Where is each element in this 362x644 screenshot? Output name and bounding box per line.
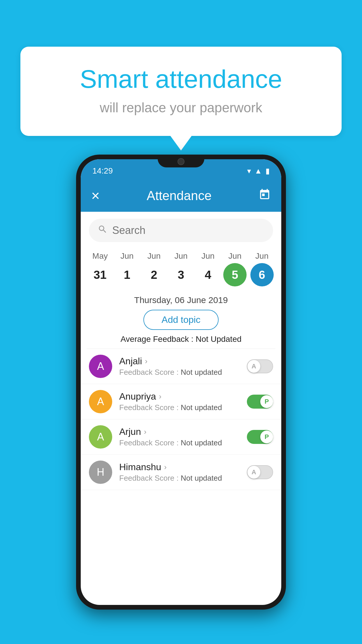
- student-list: A Anjali › Feedback Score : Not updated …: [81, 349, 281, 490]
- cal-month-3: Jun: [169, 251, 193, 261]
- avatar-himanshu: H: [89, 461, 112, 484]
- chevron-icon-himanshu: ›: [164, 463, 167, 472]
- calendar-months: May Jun Jun Jun Jun Jun Jun: [81, 247, 281, 261]
- student-item-arjun: A Arjun › Feedback Score : Not updated P: [81, 419, 281, 455]
- header-title: Attendance: [147, 188, 212, 203]
- cal-date-31[interactable]: 31: [88, 263, 112, 286]
- student-feedback-himanshu: Feedback Score : Not updated: [119, 474, 240, 483]
- toggle-knob-anjali: A: [247, 360, 260, 373]
- avatar-arjun: A: [89, 425, 112, 449]
- search-bar[interactable]: [89, 219, 273, 242]
- cal-month-4: Jun: [196, 251, 220, 261]
- battery-icon: ▮: [266, 167, 270, 176]
- average-feedback: Average Feedback : Not Updated: [81, 335, 281, 344]
- feedback-value-himanshu: Not updated: [181, 474, 222, 482]
- toggle-knob-anupriya: P: [260, 395, 273, 408]
- toggle-himanshu[interactable]: A: [247, 465, 273, 479]
- student-info-anupriya: Anupriya › Feedback Score : Not updated: [119, 391, 240, 412]
- toggle-knob-arjun: P: [260, 430, 273, 443]
- avg-feedback-value: Not Updated: [196, 335, 241, 344]
- signal-icon: ▲: [254, 167, 262, 176]
- wifi-icon: ▾: [247, 167, 251, 176]
- phone-screen: 14:29 ▾ ▲ ▮ × Attendance: [81, 159, 281, 605]
- student-item-himanshu: H Himanshu › Feedback Score : Not update…: [81, 455, 281, 490]
- cal-date-5[interactable]: 5: [223, 263, 247, 286]
- chevron-icon-anupriya: ›: [159, 392, 161, 401]
- student-info-himanshu: Himanshu › Feedback Score : Not updated: [119, 462, 240, 483]
- student-name-anupriya[interactable]: Anupriya ›: [119, 391, 240, 402]
- student-name-arjun[interactable]: Arjun ›: [119, 426, 240, 437]
- status-icons: ▾ ▲ ▮: [247, 167, 270, 176]
- student-item-anjali: A Anjali › Feedback Score : Not updated …: [81, 349, 281, 384]
- toggle-arjun[interactable]: P: [247, 430, 273, 444]
- cal-month-1: Jun: [115, 251, 139, 261]
- student-name-himanshu[interactable]: Himanshu ›: [119, 462, 240, 473]
- chevron-icon-arjun: ›: [144, 427, 147, 436]
- student-info-arjun: Arjun › Feedback Score : Not updated: [119, 426, 240, 447]
- feedback-value-anupriya: Not updated: [181, 403, 222, 412]
- speech-bubble: Smart attendance will replace your paper…: [20, 47, 342, 136]
- avatar-anupriya: A: [89, 390, 112, 413]
- phone-camera: [178, 158, 184, 165]
- status-time: 14:29: [92, 166, 113, 176]
- phone-notch: [158, 155, 204, 167]
- feedback-value-anjali: Not updated: [181, 368, 222, 377]
- toggle-anjali[interactable]: A: [247, 359, 273, 373]
- student-feedback-arjun: Feedback Score : Not updated: [119, 438, 240, 447]
- speech-bubble-title: Smart attendance: [44, 64, 318, 94]
- calendar-dates: 31 1 2 3 4 5 6: [81, 261, 281, 292]
- chevron-icon-anjali: ›: [145, 357, 147, 366]
- student-feedback-anupriya: Feedback Score : Not updated: [119, 403, 240, 412]
- close-button[interactable]: ×: [91, 187, 100, 204]
- cal-date-6[interactable]: 6: [250, 263, 274, 286]
- speech-bubble-subtitle: will replace your paperwork: [44, 100, 318, 116]
- student-feedback-anjali: Feedback Score : Not updated: [119, 368, 240, 377]
- avg-feedback-label: Average Feedback :: [120, 335, 193, 344]
- cal-month-5: Jun: [223, 251, 247, 261]
- student-info-anjali: Anjali › Feedback Score : Not updated: [119, 356, 240, 377]
- selected-date-info: Thursday, 06 June 2019: [81, 295, 281, 305]
- phone: 14:29 ▾ ▲ ▮ × Attendance: [76, 155, 286, 610]
- add-topic-button[interactable]: Add topic: [143, 310, 218, 330]
- feedback-value-arjun: Not updated: [181, 438, 222, 447]
- speech-bubble-container: Smart attendance will replace your paper…: [20, 47, 342, 136]
- phone-outer: 14:29 ▾ ▲ ▮ × Attendance: [76, 155, 286, 610]
- calendar-button[interactable]: [259, 188, 271, 203]
- app-header: × Attendance: [81, 180, 281, 212]
- cal-date-3[interactable]: 3: [169, 263, 193, 286]
- cal-date-4[interactable]: 4: [196, 263, 220, 286]
- student-item-anupriya: A Anupriya › Feedback Score : Not update…: [81, 384, 281, 419]
- avatar-anjali: A: [89, 355, 112, 378]
- cal-date-1[interactable]: 1: [115, 263, 139, 286]
- search-icon: [98, 224, 108, 237]
- cal-month-0: May: [88, 251, 112, 261]
- toggle-anupriya[interactable]: P: [247, 395, 273, 409]
- toggle-knob-himanshu: A: [247, 466, 260, 479]
- cal-date-2[interactable]: 2: [142, 263, 166, 286]
- cal-month-6: Jun: [250, 251, 274, 261]
- search-input[interactable]: [112, 224, 264, 237]
- student-name-anjali[interactable]: Anjali ›: [119, 356, 240, 367]
- cal-month-2: Jun: [142, 251, 166, 261]
